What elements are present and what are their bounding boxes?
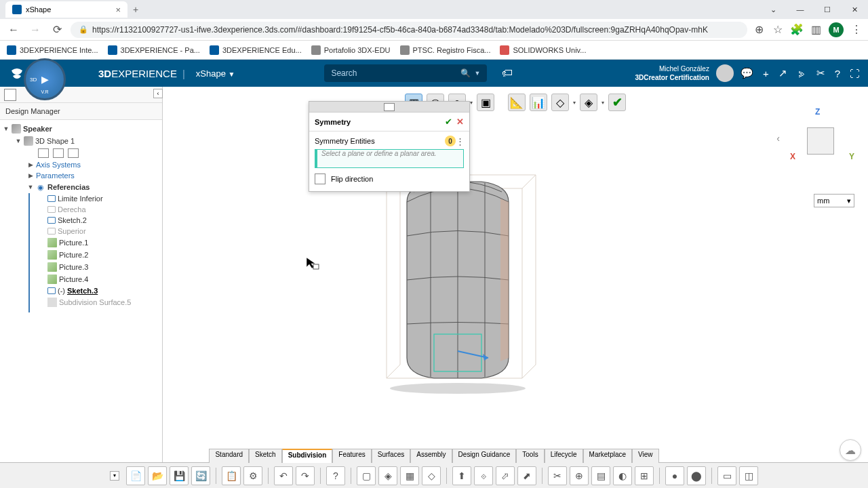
tree-item[interactable]: Picture.3	[0, 261, 162, 273]
tab-lifecycle[interactable]: Lifecycle	[545, 449, 583, 463]
settings-button[interactable]: ⚙	[243, 466, 262, 485]
tab-surfaces[interactable]: Surfaces	[372, 449, 410, 463]
tree-item[interactable]: Derecha	[0, 204, 162, 215]
forward-button[interactable]: →	[27, 22, 43, 38]
primitive-grid-button[interactable]: ▦	[400, 466, 419, 485]
plane-xy-icon[interactable]	[38, 148, 49, 158]
3d-viewport[interactable]: Symmetry ✔ ✕ Symmetry Entities 0 ⋮ Selec…	[163, 87, 868, 474]
tab-standard[interactable]: Standard	[209, 449, 249, 463]
tab-features[interactable]: Features	[332, 449, 371, 463]
plane-xz-icon[interactable]	[68, 148, 79, 158]
search-input[interactable]: Search 🔍 ▼	[324, 64, 487, 82]
tab-view[interactable]: View	[632, 449, 659, 463]
unit-selector[interactable]: mm ▾	[814, 194, 854, 207]
menu-icon[interactable]: ⋮	[850, 24, 863, 36]
new-button[interactable]: 📄	[126, 466, 145, 485]
sphere-button[interactable]: ●	[665, 466, 684, 485]
tree-item[interactable]: Sketch.2	[0, 215, 162, 226]
expander-icon[interactable]: ▼	[27, 184, 34, 190]
expander-icon[interactable]: ▼	[15, 138, 22, 144]
tree-item[interactable]: Picture.1	[0, 237, 162, 249]
install-app-icon[interactable]: ⊕	[753, 24, 765, 36]
bookmark-item[interactable]: PTSC. Registro Fisca...	[400, 45, 491, 55]
extrude-button[interactable]: ⬆	[452, 466, 471, 485]
sweep-button[interactable]: ⬀	[496, 466, 515, 485]
bookmark-item[interactable]: SOLIDWORKS Univ...	[500, 45, 586, 55]
tree-shape[interactable]: ▼ 3D Shape 1	[0, 135, 162, 147]
tree-view-icon[interactable]	[4, 89, 16, 101]
mirror-button[interactable]: ▭	[717, 466, 736, 485]
reload-button[interactable]: ⟳	[49, 22, 65, 38]
tab-sketch[interactable]: Sketch	[249, 449, 282, 463]
expander-icon[interactable]: ▶	[27, 172, 34, 179]
primitive-box-button[interactable]: ▢	[357, 466, 376, 485]
symmetry-button[interactable]: ◫	[739, 466, 758, 485]
cut-button[interactable]: ✂	[548, 466, 567, 485]
redo-button[interactable]: ↷	[296, 466, 315, 485]
tree-params[interactable]: ▶ Parameters	[0, 170, 162, 181]
measure-button[interactable]: 📐	[508, 94, 526, 111]
confirm-button[interactable]: ✔	[445, 117, 452, 127]
subdivide-button[interactable]: ▤	[591, 466, 610, 485]
tag-icon[interactable]: 🏷	[502, 67, 513, 79]
app-name-dropdown[interactable]: xShape ▼	[196, 68, 235, 79]
bookmark-item[interactable]: 3DEXPERIENCE Edu...	[210, 45, 302, 55]
tab-assembly[interactable]: Assembly	[410, 449, 452, 463]
fullscreen-icon[interactable]: ⛶	[850, 68, 860, 79]
tree-axis[interactable]: ▶ Axis Systems	[0, 159, 162, 170]
primitive-cube-button[interactable]: ◈	[378, 466, 397, 485]
bookmark-item[interactable]: Portafolio 3DX-EDU	[311, 45, 391, 55]
search-icon[interactable]: 🔍	[460, 68, 471, 78]
loft-button[interactable]: ⬈	[517, 466, 536, 485]
plane-yz-icon[interactable]	[53, 148, 64, 158]
close-button[interactable]: ✕	[456, 117, 464, 127]
primitive-plane-button[interactable]: ◇	[422, 466, 441, 485]
flip-icon[interactable]	[315, 174, 326, 184]
help-icon[interactable]: ?	[835, 68, 840, 79]
orientation-triad[interactable]: Z Y X	[787, 107, 854, 168]
bookmark-item[interactable]: 3DEXPERIENCE Inte...	[7, 45, 98, 55]
tree-item[interactable]: Subdivision Surface.5	[0, 296, 162, 308]
revolve-button[interactable]: ⟐	[474, 466, 493, 485]
analyze-button[interactable]: 📊	[530, 94, 547, 111]
tab-design-guidance[interactable]: Design Guidance	[452, 449, 517, 463]
open-button[interactable]: 📂	[148, 466, 167, 485]
sidepanel-icon[interactable]: ▥	[810, 24, 822, 36]
window-close-button[interactable]: ✕	[841, 0, 868, 19]
back-button[interactable]: ←	[5, 22, 22, 38]
search-chevron-icon[interactable]: ▼	[475, 70, 481, 77]
tree-item[interactable]: Limite Inferior	[0, 193, 162, 204]
address-bar[interactable]: 🔒 https://r1132100927727-us1-ifwe.3dexpe…	[71, 22, 747, 38]
expander-icon[interactable]: ▶	[27, 161, 34, 168]
view-cube[interactable]	[807, 127, 834, 155]
window-maximize-button[interactable]: ☐	[814, 0, 841, 19]
collaborate-icon[interactable]: ⪢	[797, 68, 807, 79]
add-icon[interactable]: +	[763, 68, 769, 79]
tab-tools[interactable]: Tools	[516, 449, 544, 463]
tree-refs[interactable]: ▼ ◉ Referencias	[0, 181, 162, 193]
window-minimize-button[interactable]: —	[787, 0, 814, 19]
share-icon[interactable]: ↗	[778, 67, 787, 79]
bookmark-item[interactable]: 3DEXPERIENCE - Pa...	[108, 45, 200, 55]
collapse-sidebar-button[interactable]: ‹	[153, 89, 163, 98]
compass-widget[interactable]: ▶ V.R 3D	[24, 58, 66, 100]
tree-item-active[interactable]: (-) Sketch.3	[0, 285, 162, 296]
entities-menu-icon[interactable]: ⋮	[456, 136, 464, 146]
toolbar-collapse-button[interactable]: ▾	[110, 471, 119, 481]
tab-subdivision[interactable]: Subdivision	[282, 449, 333, 463]
box-button[interactable]: ▣	[477, 94, 494, 111]
help-button[interactable]: ?	[326, 466, 345, 485]
tree-item[interactable]: Picture.4	[0, 273, 162, 285]
user-avatar[interactable]	[716, 64, 734, 82]
expander-icon[interactable]: ▼	[3, 125, 9, 132]
tree-item[interactable]: Superior	[0, 226, 162, 237]
link-icon[interactable]: ✂	[816, 67, 825, 79]
triad-collapse-button[interactable]: ‹	[776, 133, 780, 144]
panel-grip[interactable]	[309, 102, 469, 113]
user-info[interactable]: Michel González 3DCreator Certification	[635, 64, 709, 82]
properties-button[interactable]: 📋	[222, 466, 241, 485]
crease-button[interactable]: ◐	[613, 466, 632, 485]
undo-button[interactable]: ↶	[274, 466, 293, 485]
browser-tab[interactable]: xShape ×	[5, 1, 127, 18]
symmetry-plane-input[interactable]: Select a plane or define a planar area.	[315, 149, 464, 168]
